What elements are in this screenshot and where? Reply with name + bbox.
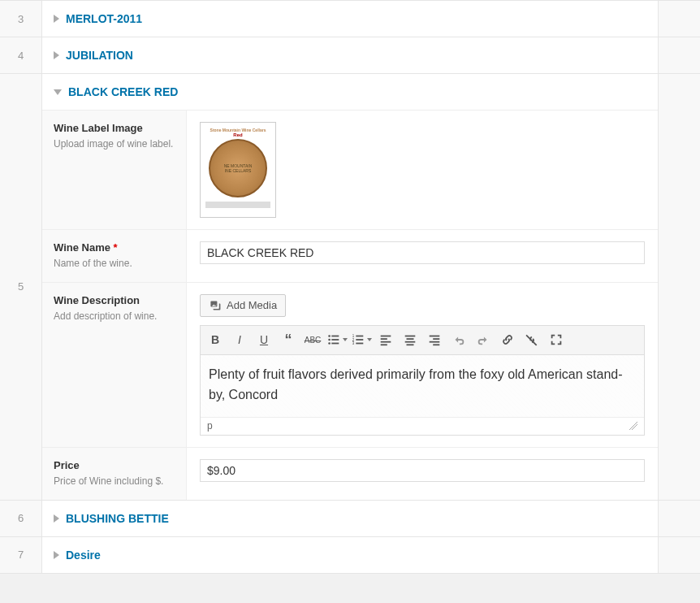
required-indicator: * bbox=[114, 241, 118, 254]
svg-rect-13 bbox=[381, 338, 387, 340]
row-title: MERLOT-2011 bbox=[66, 12, 142, 25]
editor-content-area[interactable]: Plenty of fruit flavors derived primaril… bbox=[201, 355, 644, 417]
svg-rect-22 bbox=[430, 341, 440, 343]
field-description: Upload image of wine label. bbox=[54, 137, 175, 151]
chevron-right-icon bbox=[54, 51, 59, 59]
row-number: 3 bbox=[0, 0, 42, 37]
svg-rect-16 bbox=[405, 336, 416, 337]
row-number: 5 bbox=[0, 73, 42, 500]
svg-rect-9 bbox=[356, 339, 363, 341]
repeater-row: 7 Desire bbox=[0, 536, 700, 574]
editor-path-bar: p bbox=[201, 417, 644, 435]
repeater-row: 6 BLUSHING BETTIE bbox=[0, 500, 700, 536]
field-description: Name of the wine. bbox=[54, 257, 175, 271]
undo-button[interactable] bbox=[447, 329, 470, 350]
row-gutter bbox=[658, 0, 700, 37]
align-center-icon bbox=[403, 332, 417, 347]
field-description: Add description of wine. bbox=[54, 310, 175, 323]
row-gutter bbox=[658, 500, 700, 536]
wine-label-thumbnail[interactable]: Stone Mountain Wine Cellars Red NE MOUNT… bbox=[200, 122, 276, 218]
svg-rect-14 bbox=[381, 341, 391, 343]
resize-handle-icon[interactable] bbox=[629, 422, 637, 430]
strikethrough-button[interactable]: ABC bbox=[301, 329, 324, 350]
chevron-right-icon bbox=[54, 514, 59, 523]
row-number: 7 bbox=[0, 536, 42, 573]
editor-element-path[interactable]: p bbox=[207, 420, 213, 432]
insert-link-button[interactable] bbox=[496, 329, 519, 350]
row-toggle-header[interactable]: JUBILATION bbox=[42, 37, 658, 73]
row-title: BLUSHING BETTIE bbox=[66, 512, 169, 525]
align-left-button[interactable] bbox=[374, 329, 397, 350]
row-toggle-header[interactable]: BLUSHING BETTIE bbox=[42, 501, 658, 536]
image-red-text: Red bbox=[205, 132, 270, 137]
row-title: JUBILATION bbox=[66, 49, 133, 62]
svg-rect-11 bbox=[356, 343, 363, 345]
field-label: Wine Description bbox=[54, 294, 175, 306]
align-center-button[interactable] bbox=[399, 329, 421, 350]
wine-name-input[interactable] bbox=[200, 241, 645, 264]
field-label: Wine Name * bbox=[54, 241, 175, 254]
svg-rect-12 bbox=[381, 336, 391, 337]
svg-text:3: 3 bbox=[352, 342, 355, 346]
svg-rect-1 bbox=[331, 336, 339, 337]
add-media-button[interactable]: Add Media bbox=[200, 294, 286, 317]
field-wine-name: Wine Name * Name of the wine. bbox=[42, 229, 658, 282]
undo-icon bbox=[452, 332, 466, 347]
svg-rect-21 bbox=[433, 338, 439, 340]
svg-point-4 bbox=[328, 342, 331, 345]
chevron-right-icon bbox=[54, 15, 59, 23]
repeater-row: 5 BLACK CREEK RED Wine Label Image Uploa… bbox=[0, 73, 700, 500]
align-right-icon bbox=[427, 332, 442, 347]
svg-rect-3 bbox=[331, 339, 339, 341]
unlink-icon bbox=[525, 332, 539, 347]
svg-rect-20 bbox=[430, 336, 440, 337]
svg-point-0 bbox=[328, 335, 331, 337]
svg-rect-5 bbox=[331, 343, 339, 345]
field-label: Price bbox=[54, 459, 175, 471]
price-input[interactable] bbox=[200, 459, 645, 482]
chevron-right-icon bbox=[54, 551, 59, 559]
media-icon bbox=[209, 299, 222, 312]
row-gutter bbox=[658, 73, 700, 500]
chevron-down-icon bbox=[54, 89, 62, 95]
fullscreen-icon bbox=[549, 332, 564, 347]
svg-point-2 bbox=[328, 339, 331, 341]
svg-rect-7 bbox=[356, 336, 363, 337]
underline-button[interactable]: U bbox=[253, 329, 275, 350]
field-wine-description: Wine Description Add description of wine… bbox=[42, 282, 658, 447]
field-price: Price Price of Wine including $. bbox=[42, 447, 658, 500]
bullet-list-icon bbox=[326, 332, 341, 347]
blockquote-button[interactable]: “ bbox=[277, 329, 300, 350]
align-right-button[interactable] bbox=[423, 329, 446, 350]
svg-rect-23 bbox=[433, 345, 439, 346]
svg-rect-18 bbox=[405, 341, 416, 343]
row-number: 6 bbox=[0, 500, 42, 536]
redo-icon bbox=[476, 332, 490, 347]
remove-link-button[interactable] bbox=[521, 329, 543, 350]
bold-button[interactable]: B bbox=[204, 329, 227, 350]
fullscreen-button[interactable] bbox=[545, 329, 568, 350]
repeater-row: 4 JUBILATION bbox=[0, 37, 700, 73]
svg-rect-19 bbox=[407, 345, 414, 346]
svg-rect-15 bbox=[381, 345, 387, 346]
row-toggle-header[interactable]: BLACK CREEK RED bbox=[42, 74, 658, 110]
image-footer-bar bbox=[205, 202, 270, 208]
row-toggle-header[interactable]: MERLOT-2011 bbox=[42, 1, 658, 37]
row-gutter bbox=[658, 37, 700, 73]
numbered-list-button[interactable]: 123 bbox=[350, 329, 373, 350]
row-gutter bbox=[658, 536, 700, 573]
rich-text-editor: B I U “ ABC 123 bbox=[200, 325, 645, 436]
align-left-icon bbox=[378, 332, 393, 347]
italic-button[interactable]: I bbox=[228, 329, 251, 350]
editor-toolbar: B I U “ ABC 123 bbox=[201, 326, 644, 355]
row-toggle-header[interactable]: Desire bbox=[42, 537, 658, 573]
redo-button[interactable] bbox=[472, 329, 495, 350]
svg-rect-17 bbox=[407, 338, 414, 340]
field-description: Price of Wine including $. bbox=[54, 475, 175, 488]
row-title: BLACK CREEK RED bbox=[68, 85, 178, 98]
bullet-list-button[interactable] bbox=[326, 329, 348, 350]
link-icon bbox=[500, 332, 515, 347]
wine-barrel-icon: NE MOUNTAIN INE CELLARS bbox=[209, 139, 267, 197]
row-title: Desire bbox=[66, 549, 101, 562]
row-number: 4 bbox=[0, 37, 42, 73]
